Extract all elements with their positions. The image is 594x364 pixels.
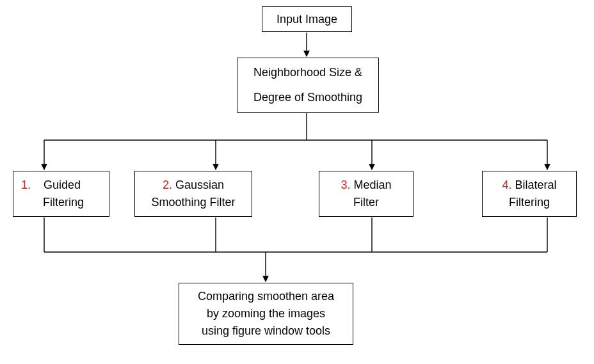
box-compare: Comparing smoothen area by zooming the i… — [179, 283, 353, 345]
num-3: 3. — [341, 178, 350, 191]
text-input-image: Input Image — [277, 11, 337, 28]
box-median-filter: 3. Median Filter — [319, 171, 413, 217]
box-neighborhood: Neighborhood Size & Degree of Smoothing — [237, 58, 379, 113]
num-1: 1. — [21, 178, 31, 191]
box-input-image: Input Image — [262, 6, 352, 32]
text-neighborhood-l1: Neighborhood Size & — [253, 64, 362, 81]
box-guided-filtering: 1. Guided Filtering — [13, 171, 109, 217]
text-compare-l2: by zooming the images — [207, 305, 325, 322]
box-bilateral-filter: 4. Bilateral Filtering — [482, 171, 577, 217]
box-gaussian-filter: 2. Gaussian Smoothing Filter — [134, 171, 252, 217]
num-4: 4. — [502, 178, 511, 191]
text-compare-l3: using figure window tools — [202, 322, 330, 340]
text-compare-l1: Comparing smoothen area — [198, 288, 334, 305]
text-neighborhood-l2: Degree of Smoothing — [253, 89, 362, 106]
num-2: 2. — [163, 178, 172, 191]
